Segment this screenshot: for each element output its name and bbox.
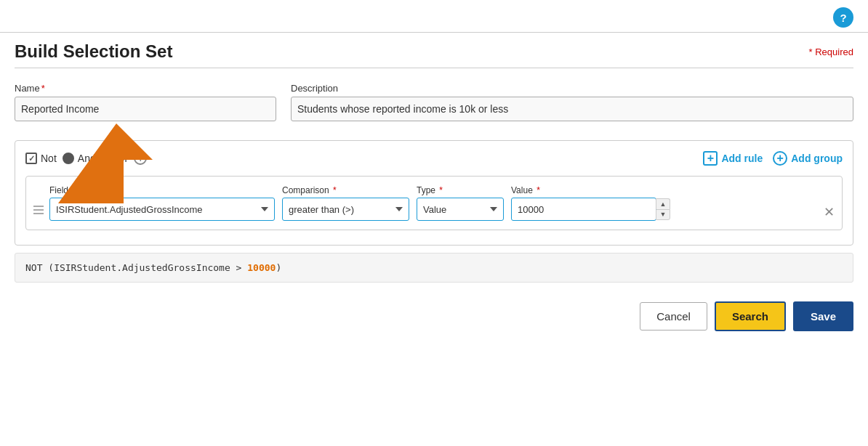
value-label: Value * xyxy=(511,185,670,195)
drag-line-2 xyxy=(33,209,44,211)
rule-header-left: Not And Or i xyxy=(25,152,147,165)
header-section: Build Selection Set * Required xyxy=(0,33,868,68)
info-icon[interactable]: i xyxy=(134,152,147,165)
add-rule-button[interactable]: + Add rule xyxy=(703,151,763,166)
desc-group: Description xyxy=(291,83,853,121)
field-alias-group: Field Alias * ISIRStudent.AdjustedGrossI… xyxy=(49,185,275,221)
rule-header: Not And Or i + Add rule xyxy=(25,151,843,166)
value-input-wrap: ▲ ▼ xyxy=(511,198,670,221)
drag-line-3 xyxy=(33,213,44,214)
name-required-star: * xyxy=(41,83,45,94)
add-rule-label: Add rule xyxy=(721,153,763,164)
rule-row: Field Alias * ISIRStudent.AdjustedGrossI… xyxy=(25,176,843,230)
plus-icon: + xyxy=(703,151,718,166)
or-label: Or xyxy=(117,153,129,164)
page-title: Build Selection Set xyxy=(15,41,172,62)
expression-text-after: ) xyxy=(276,262,281,273)
rule-header-right: + Add rule + Add group xyxy=(703,151,843,166)
rule-drag-handle[interactable] xyxy=(33,185,49,214)
not-label: Not xyxy=(41,153,57,164)
name-group: Name* xyxy=(15,83,276,121)
and-group: And xyxy=(63,153,96,164)
add-group-button[interactable]: + Add group xyxy=(773,151,843,166)
or-radio[interactable] xyxy=(102,153,113,164)
spinner-btns: ▲ ▼ xyxy=(656,198,670,220)
drag-lines xyxy=(33,206,44,214)
value-input[interactable] xyxy=(511,198,656,221)
save-button[interactable]: Save xyxy=(793,301,853,331)
type-star: * xyxy=(437,185,443,195)
required-label: * Required xyxy=(809,46,853,57)
and-label: And xyxy=(78,153,96,164)
comparison-label: Comparison * xyxy=(282,185,409,195)
name-label: Name* xyxy=(15,83,276,94)
field-alias-select[interactable]: ISIRStudent.AdjustedGrossIncome xyxy=(49,198,275,221)
value-group: Value * ▲ ▼ xyxy=(511,185,670,221)
type-select[interactable]: Value xyxy=(417,198,504,221)
rule-fields: Field Alias * ISIRStudent.AdjustedGrossI… xyxy=(49,185,818,221)
or-group: Or xyxy=(102,153,129,164)
drag-line-1 xyxy=(33,206,44,207)
spinner-down-button[interactable]: ▼ xyxy=(656,209,670,220)
search-button[interactable]: Search xyxy=(715,301,786,331)
plus-circle-icon: + xyxy=(773,151,787,166)
desc-label: Description xyxy=(291,83,853,94)
form-row: Name* Description xyxy=(15,83,853,121)
not-group: Not xyxy=(25,153,57,164)
cancel-button[interactable]: Cancel xyxy=(640,302,707,331)
page-wrapper: ? Build Selection Set * Required Name* D… xyxy=(0,0,868,446)
comparison-select[interactable]: greater than (>) xyxy=(282,198,409,221)
rule-builder: Not And Or i + Add rule xyxy=(15,140,853,246)
bottom-actions: Cancel Search Save xyxy=(0,294,868,338)
help-button[interactable]: ? xyxy=(833,7,853,28)
top-bar: ? xyxy=(0,0,868,33)
comparison-star: * xyxy=(331,185,337,195)
expression-text-before: NOT (ISIRStudent.AdjustedGrossIncome > xyxy=(25,262,247,273)
type-label: Type * xyxy=(417,185,504,195)
spinner-up-button[interactable]: ▲ xyxy=(656,198,670,209)
comparison-group: Comparison * greater than (>) xyxy=(282,185,409,221)
type-group: Type * Value xyxy=(417,185,504,221)
value-star: * xyxy=(534,185,540,195)
desc-input[interactable] xyxy=(291,97,853,121)
not-checkbox[interactable] xyxy=(25,153,37,164)
name-input[interactable] xyxy=(15,97,276,121)
expression-area: NOT (ISIRStudent.AdjustedGrossIncome > 1… xyxy=(15,253,853,283)
form-area: Name* Description xyxy=(0,68,868,140)
expression-highlight: 10000 xyxy=(247,262,276,273)
rule-remove-button[interactable]: ✕ xyxy=(818,185,835,220)
field-alias-label: Field Alias * xyxy=(49,185,275,195)
add-group-label: Add group xyxy=(791,153,843,164)
and-radio[interactable] xyxy=(63,153,74,164)
field-alias-star: * xyxy=(91,185,97,195)
